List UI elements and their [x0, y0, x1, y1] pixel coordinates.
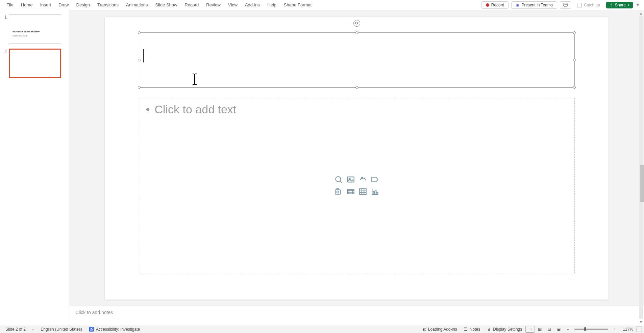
office-sync-icon[interactable]: ▫: [29, 327, 37, 332]
share-button[interactable]: ⇪ Share ▾: [606, 2, 633, 8]
notes-icon: ☰: [464, 327, 468, 332]
svg-rect-7: [337, 189, 339, 190]
selection-handle-tr[interactable]: [573, 31, 576, 34]
normal-view-button[interactable]: ▭: [525, 326, 535, 333]
svg-rect-5: [335, 190, 340, 194]
insert-smartart-icon[interactable]: [369, 174, 381, 185]
ibeam-cursor-icon: [191, 73, 199, 88]
slide-show-view-button[interactable]: ▣: [554, 326, 563, 333]
canvas-wrap[interactable]: ⟳ •C: [69, 10, 644, 306]
rotate-handle[interactable]: ⟳: [353, 20, 360, 27]
tab-shape-format[interactable]: Shape Format: [280, 1, 315, 9]
menu-bar: File Home Insert Draw Design Transitions…: [0, 0, 644, 10]
thumbnail-slide-1[interactable]: Monthly sales review September 2025: [9, 14, 61, 44]
tab-insert[interactable]: Insert: [36, 1, 55, 9]
tab-file[interactable]: File: [3, 1, 17, 9]
svg-rect-9: [360, 189, 366, 194]
selection-handle-bl[interactable]: [138, 86, 141, 89]
insert-stock-image-icon[interactable]: [333, 174, 344, 185]
status-bar: Slide 2 of 2 ▫ English (United States) ♿…: [0, 325, 644, 333]
tab-animations[interactable]: Animations: [122, 1, 151, 9]
loading-addins: ◐ Loading Add-ins: [419, 327, 461, 332]
record-icon: [486, 3, 489, 7]
thumbnail-slide-2[interactable]: [9, 49, 61, 78]
content-placeholder-label: Click to add text: [154, 103, 236, 116]
selection-handle-tl[interactable]: [138, 31, 141, 34]
notes-toggle[interactable]: ☰ Notes: [461, 327, 484, 332]
slide-position[interactable]: Slide 2 of 2: [2, 327, 29, 332]
vertical-scrollbar[interactable]: ▲ ▼: [638, 10, 644, 325]
record-button[interactable]: Record: [481, 1, 509, 9]
thumbnail-number-2: 2: [2, 49, 7, 78]
insert-cameo-icon[interactable]: [333, 186, 344, 197]
tab-help[interactable]: Help: [264, 1, 280, 9]
thumbnail-row-2: 2: [2, 49, 67, 78]
tab-add-ins[interactable]: Add-ins: [241, 1, 264, 9]
tab-slide-show[interactable]: Slide Show: [151, 1, 181, 9]
tab-draw[interactable]: Draw: [55, 1, 72, 9]
svg-rect-11: [375, 190, 376, 194]
notes-label: Notes: [470, 327, 480, 332]
display-settings-label: Display Settings: [493, 327, 522, 332]
scroll-track[interactable]: [639, 16, 643, 319]
notes-pane[interactable]: Click to add notes: [69, 306, 644, 325]
selection-handle-bm[interactable]: [355, 86, 358, 89]
comment-button[interactable]: 💬: [560, 1, 571, 9]
tab-design[interactable]: Design: [73, 1, 94, 9]
slide-canvas[interactable]: ⟳ •C: [105, 17, 609, 300]
present-in-teams-label: Present in Teams: [521, 3, 553, 7]
loading-label: Loading Add-ins: [428, 327, 457, 332]
tab-view[interactable]: View: [224, 1, 241, 9]
thumbnail-1-title: Monthly sales review: [13, 30, 40, 33]
scroll-down-button[interactable]: ▼: [638, 319, 644, 325]
text-caret: [143, 49, 144, 62]
menu-tabs: File Home Insert Draw Design Transitions…: [3, 1, 315, 9]
insert-table-icon[interactable]: [357, 186, 369, 197]
notes-placeholder: Click to add notes: [75, 310, 113, 315]
content-placeholder[interactable]: •Click to add text: [139, 98, 575, 273]
tab-transitions[interactable]: Transitions: [94, 1, 122, 9]
accessibility-button[interactable]: ♿ Accessibility: Investigate: [85, 327, 143, 332]
insert-picture-icon[interactable]: [345, 174, 356, 185]
insert-chart-icon[interactable]: [369, 186, 381, 197]
tab-home[interactable]: Home: [17, 1, 36, 9]
svg-point-0: [336, 176, 341, 182]
display-settings-button[interactable]: 🖥 Display Settings: [484, 327, 525, 332]
present-in-teams-button[interactable]: ▣ Present in Teams: [511, 1, 557, 9]
menu-right: Record ▣ Present in Teams 💬 Catch up ⇪ S…: [481, 1, 644, 9]
catch-up-icon: [577, 3, 582, 7]
selection-handle-br[interactable]: [573, 86, 576, 89]
svg-point-6: [337, 191, 339, 193]
insert-icons-icon[interactable]: [357, 174, 369, 185]
scroll-thumb[interactable]: [640, 165, 644, 202]
main: 1 Monthly sales review September 2025 2 …: [0, 10, 644, 325]
selection-handle-tm[interactable]: [355, 31, 358, 34]
zoom-percentage[interactable]: 117%: [619, 327, 637, 332]
slide-editor: ⟳ •C: [69, 10, 644, 325]
catch-up-button[interactable]: Catch up: [574, 3, 603, 7]
copilot-icon[interactable]: ✦: [636, 2, 640, 8]
record-label: Record: [491, 3, 504, 7]
tab-record[interactable]: Record: [181, 1, 202, 9]
insert-video-icon[interactable]: [345, 186, 356, 197]
accessibility-icon: ♿: [89, 327, 94, 332]
slide-thumbnails-panel[interactable]: 1 Monthly sales review September 2025 2: [0, 10, 69, 325]
zoom-in-button[interactable]: +: [610, 327, 619, 332]
language-button[interactable]: English (United States): [37, 327, 85, 332]
selection-handle-mr[interactable]: [573, 59, 576, 61]
svg-point-4: [364, 178, 365, 178]
tab-review[interactable]: Review: [202, 1, 224, 9]
zoom-slider-knob[interactable]: [584, 327, 586, 331]
thumbnail-number-1: 1: [2, 14, 7, 44]
fit-to-window-button[interactable]: [637, 327, 642, 332]
scroll-up-button[interactable]: ▲: [638, 10, 644, 16]
reading-view-button[interactable]: ▤: [544, 326, 554, 333]
selection-handle-ml[interactable]: [138, 59, 141, 61]
zoom-out-button[interactable]: −: [563, 327, 572, 332]
thumbnail-row-1: 1 Monthly sales review September 2025: [2, 14, 67, 44]
zoom-slider[interactable]: [574, 329, 608, 330]
catch-up-label: Catch up: [584, 3, 600, 7]
slide-sorter-view-button[interactable]: ▦: [535, 326, 544, 333]
accessibility-label: Accessibility: Investigate: [96, 327, 140, 332]
title-placeholder[interactable]: ⟳: [139, 32, 575, 88]
